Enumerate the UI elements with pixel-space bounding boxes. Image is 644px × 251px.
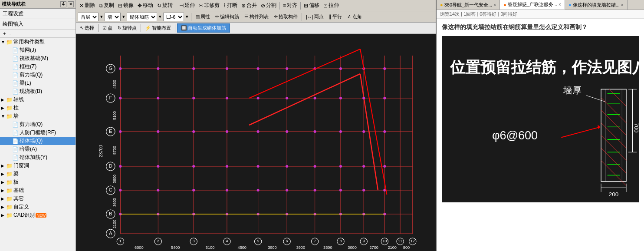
svg-point-122 (226, 189, 228, 192)
point-btn[interactable]: ☑ 点 (100, 24, 115, 32)
material-select[interactable]: 砌体加筋 (127, 13, 157, 21)
toolbar-merge[interactable]: ⊕ 合并 (240, 1, 259, 10)
toolbar-rotate[interactable]: ↻ 旋转 (155, 1, 174, 10)
tree-item-raft[interactable]: 📄 筏板基础(M) (0, 54, 76, 63)
tab-close-icon3[interactable]: × (621, 3, 624, 7)
tree-toolbar: + - (0, 30, 76, 38)
svg-text:3000: 3000 (348, 245, 356, 250)
toolbar-copy[interactable]: ⧉ 复制 (97, 1, 116, 10)
panel-dock-btn[interactable]: 4 (60, 1, 66, 7)
tree-item-cols[interactable]: ▶ 📁 柱 (0, 104, 76, 112)
tree-item-hidden-beam[interactable]: 📄 暗梁(A) (0, 145, 76, 153)
angle-btn[interactable]: ∠ 点角 (345, 13, 364, 21)
tree-label: 基础 (13, 187, 24, 194)
tree-item-slab2[interactable]: ▶ 📁 板 (0, 178, 76, 186)
svg-text:5400: 5400 (171, 245, 180, 250)
move-icon: ✥ (138, 3, 142, 9)
cad-svg[interactable]: G F E D C B A 1 2 3 4 5 6 7 8 9 10 11 (76, 34, 436, 251)
toolbar-move[interactable]: ✥ 移动 (136, 1, 155, 10)
tree-item-custom[interactable]: ▶ 📁 自定义 (0, 203, 76, 211)
svg-point-79 (119, 67, 122, 70)
prop-btn[interactable]: ▤ 属性 (193, 13, 212, 21)
parallel-btn[interactable]: ∥ 平行 (327, 13, 344, 21)
sep1 (176, 2, 176, 10)
toolbar-align[interactable]: ≡ 对齐 (281, 1, 299, 10)
tree-item-column[interactable]: 📄 框柱(Z) (0, 63, 76, 71)
svg-text:墙厚: 墙厚 (563, 85, 582, 96)
svg-point-125 (314, 189, 316, 192)
stretch-label: 拉伸 (329, 2, 339, 9)
component-list-btn[interactable]: ☰ 构件列表 (242, 13, 271, 21)
tree-item-masonry-rebar[interactable]: 📄 砌体加筋(Y) (0, 153, 76, 162)
tree-item-other[interactable]: ▶ 📁 其它 (0, 195, 76, 203)
select-btn[interactable]: ↖ 选择 (78, 24, 96, 32)
mirror-icon: ⊟ (118, 3, 122, 9)
sep3 (300, 2, 301, 10)
tree-expand-btn[interactable]: + (2, 30, 7, 36)
browser-content[interactable]: 像这样的填充墙拉结筋在钢筋算量里怎么定义和画制？ 位置预留拉结筋，作法见图八。 … (437, 19, 644, 251)
split-label: 分割 (266, 2, 276, 9)
toolbar-break[interactable]: ⌇ 打断 (222, 1, 239, 10)
tree-item-foundation[interactable]: ▶ 📁 基础 (0, 186, 76, 195)
question-title: 像这样的填充墙拉结筋在钢筋算量里怎么定义和画制？ (442, 23, 639, 32)
tree-label: 剪力墙(Q) (20, 71, 43, 79)
tree-item-cad[interactable]: ▶ 📁 CAD识别 NEW (0, 211, 76, 219)
edit-rebar-btn[interactable]: ✏ 编辑钢筋 (213, 13, 241, 21)
tree-collapse-btn[interactable]: - (8, 30, 12, 36)
tree-item-axis[interactable]: 📄 轴网(J) (0, 46, 76, 54)
svg-text:4: 4 (226, 239, 228, 243)
tree-item-common-types[interactable]: ▼ 📁 常用构件类型 (0, 38, 76, 46)
pick-component-btn[interactable]: ✛ 拾取构件 (272, 13, 300, 21)
toolbar-delete[interactable]: ✕ 删除 (78, 1, 97, 10)
tree-item-beam[interactable]: 📄 梁(L) (0, 79, 76, 87)
tree-item-door[interactable]: ▶ 📁 门窗洞 (0, 162, 76, 170)
offset-label: 偏移 (309, 2, 319, 9)
svg-point-90 (157, 97, 159, 99)
toolbar-offset[interactable]: ⊞ 偏移 (302, 1, 321, 10)
tab-close-icon2[interactable]: × (559, 2, 561, 7)
tree-item-shear[interactable]: 📄 剪力墙(Q) (0, 71, 76, 79)
svg-text:8: 8 (339, 239, 342, 243)
svg-text:700: 700 (633, 122, 639, 132)
tree-item-slab[interactable]: 📄 现浇板(B) (0, 87, 76, 96)
toolbar-split[interactable]: ⊘ 分割 (259, 1, 278, 10)
svg-text:E: E (109, 129, 112, 134)
toolbar-trim[interactable]: ✂ 非修剪 (197, 1, 221, 10)
svg-point-113 (257, 165, 260, 168)
sep-tb3b (141, 24, 141, 32)
wall-select[interactable]: 墙 (105, 13, 121, 21)
two-point-label: 两点 (314, 13, 324, 20)
tab-360[interactable]: ● 360导航_新一代安全... × (437, 0, 500, 10)
auto-gen-btn[interactable]: 🔲 自动生成砌体加筋 (177, 23, 230, 33)
cad-area[interactable]: 16426.352 35654.809 G F (76, 34, 436, 251)
project-setup-link[interactable]: 工程设置 (0, 9, 76, 19)
tree-item-beam2[interactable]: ▶ 📁 梁 (0, 170, 76, 178)
drawing-input-link[interactable]: 绘图输入 (0, 19, 76, 30)
tree-label: 梁(L) (20, 79, 31, 87)
smart-icon: ⚡ (145, 25, 151, 31)
toolbar-extend[interactable]: ⊣ 延伸 (177, 1, 197, 10)
toolbar-stretch[interactable]: ⊡ 拉伸 (322, 1, 341, 10)
toolbar-mirror[interactable]: ⊟ 镜像 (116, 1, 135, 10)
rotate-point-btn[interactable]: ↻ 旋转点 (115, 24, 139, 32)
tab-close-icon[interactable]: × (493, 3, 496, 7)
smart-layout-btn[interactable]: ⚡ 智能布置 (143, 24, 173, 32)
panel-close-btn[interactable]: × (68, 1, 74, 7)
svg-point-98 (383, 97, 386, 99)
code-select[interactable]: LJ-6 (163, 13, 184, 21)
tab-qa[interactable]: ● 答疑解惑_广联达服务... × (500, 0, 565, 10)
floor-select[interactable]: 首层 (78, 13, 99, 21)
two-point-btn[interactable]: |↔| 两点 (304, 13, 326, 21)
tree-label: 筏板基础(M) (20, 55, 48, 62)
angle-icon: ∠ (347, 14, 352, 20)
component-list-label: 构件列表 (250, 13, 269, 20)
tree-item-civil[interactable]: 📄 人防门框墙(RF) (0, 129, 76, 137)
tab-wall[interactable]: ● 像这样的填充墙拉结... × (565, 0, 628, 10)
tab-icon: ● (440, 2, 443, 7)
tree-item-walls[interactable]: ▼ 📁 墙 (0, 112, 76, 120)
tree-item-shear2[interactable]: 📄 剪力墙(Q) (0, 120, 76, 129)
sep-arrow: ▾ (100, 14, 103, 20)
svg-text:3900: 3900 (268, 245, 276, 250)
tree-item-axislines[interactable]: ▶ 📁 轴线 (0, 96, 76, 104)
tree-item-masonry[interactable]: 📄 砌体墙(Q) (0, 137, 76, 145)
